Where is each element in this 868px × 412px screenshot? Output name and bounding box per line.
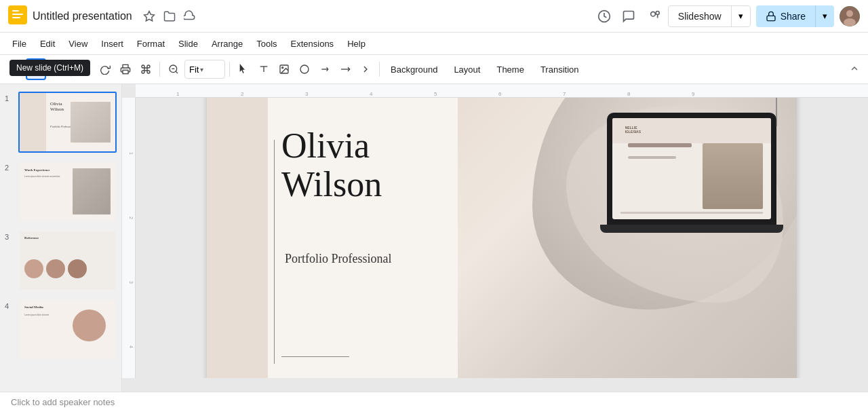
divider-2 <box>159 62 160 77</box>
slide-name[interactable]: Olivia Wilson <box>281 126 382 204</box>
slide-thumbnail-3[interactable]: 3 Reference <box>3 228 119 293</box>
slides-panel: 1 OliviaWilson Portfolio Professional 2 … <box>0 84 122 392</box>
svg-marker-4 <box>144 11 154 20</box>
notes-placeholder[interactable]: Click to add speaker notes <box>11 397 115 407</box>
title-right: Slideshow ▾ Share ▾ <box>595 5 860 27</box>
redo-button[interactable] <box>96 58 115 80</box>
collapse-toolbar-button[interactable] <box>846 60 863 79</box>
menu-help[interactable]: Help <box>340 36 372 52</box>
slide-thumbnail-4[interactable]: 4 Social Media Lorem ipsum dolor sit ame… <box>3 297 119 362</box>
svg-rect-20 <box>123 70 128 73</box>
zoom-value: Fit <box>189 64 199 75</box>
svg-point-28 <box>300 65 309 73</box>
divider-3 <box>229 62 230 77</box>
svg-line-22 <box>176 71 178 73</box>
slide-thumbnail-2[interactable]: 2 Work Experience Lorem ipsum dolor sit … <box>3 159 119 224</box>
slide-subtitle[interactable]: Portfolio Professional <box>285 252 392 266</box>
ruler-vertical: 1 2 3 4 5 <box>122 98 136 378</box>
share-main-button[interactable]: Share <box>756 5 815 27</box>
slideshow-caret-button[interactable]: ▾ <box>731 6 750 26</box>
slide-preview-1[interactable]: OliviaWilson Portfolio Professional <box>18 92 117 153</box>
svg-rect-3 <box>12 17 20 18</box>
layout-button[interactable]: Layout <box>447 60 487 79</box>
present-button[interactable] <box>644 7 663 26</box>
toolbar: New slide (Ctrl+M) Fit ▾ <box>0 54 868 84</box>
menu-extensions[interactable]: Extensions <box>284 36 341 52</box>
menu-tools[interactable]: Tools <box>250 36 283 52</box>
background-button[interactable]: Background <box>384 60 444 79</box>
menu-file[interactable]: File <box>5 36 33 52</box>
slideshow-button-group[interactable]: Slideshow ▾ <box>668 5 751 27</box>
cursor-select-button[interactable] <box>234 58 253 80</box>
move-to-folder-button[interactable] <box>161 7 178 25</box>
menu-format[interactable]: Format <box>130 36 172 52</box>
slide-preview-2[interactable]: Work Experience Lorem ipsum dolor sit am… <box>18 161 117 222</box>
title-actions <box>140 7 199 25</box>
user-avatar[interactable] <box>840 6 860 26</box>
slide-preview-3[interactable]: Reference <box>18 230 117 291</box>
share-label: Share <box>781 11 806 22</box>
cloud-sync-button[interactable] <box>181 7 199 25</box>
svg-rect-2 <box>12 14 23 15</box>
slide-preview-4[interactable]: Social Media Lorem ipsum dolor sit amet <box>18 299 117 360</box>
menu-view[interactable]: View <box>62 36 94 52</box>
zoom-out-button[interactable] <box>164 58 183 80</box>
shape-button[interactable] <box>295 58 314 80</box>
star-button[interactable] <box>140 7 158 25</box>
notes-bar[interactable]: Click to add speaker notes <box>0 392 868 412</box>
slideshow-main-button[interactable]: Slideshow <box>669 6 731 26</box>
arrow-button[interactable] <box>336 60 355 79</box>
divider-4 <box>379 62 380 77</box>
svg-point-11 <box>844 18 856 26</box>
slide-image-area: NELLIEIGLESIAS <box>458 98 797 378</box>
zoom-caret: ▾ <box>200 66 203 73</box>
menu-slide[interactable]: Slide <box>172 36 205 52</box>
svg-point-10 <box>846 10 853 17</box>
theme-button[interactable]: Theme <box>490 60 530 79</box>
slide-number-3: 3 <box>5 230 14 241</box>
slide-horizontal-line <box>281 356 349 357</box>
slide-thumbnail-1[interactable]: 1 OliviaWilson Portfolio Professional <box>3 90 119 155</box>
slide-number-1: 1 <box>5 92 14 102</box>
app-icon <box>8 5 27 27</box>
comment-button[interactable] <box>619 7 638 26</box>
menu-edit[interactable]: Edit <box>33 36 62 52</box>
slide-frame[interactable]: NELLIEIGLESIAS Olivia Wilson Portfolio P… <box>207 98 797 378</box>
svg-point-7 <box>656 11 659 14</box>
menu-bar: File Edit View Insert Format Slide Arran… <box>0 33 868 54</box>
main-content: 1 OliviaWilson Portfolio Professional 2 … <box>0 84 868 392</box>
section-buttons: Background Layout Theme Transition <box>384 60 586 79</box>
title-bar: Untitled presentation Slideshow ▾ <box>0 0 868 33</box>
ruler-horizontal: 1 2 3 4 5 6 7 8 9 <box>136 84 868 98</box>
share-caret-button[interactable]: ▾ <box>815 5 834 27</box>
svg-point-6 <box>650 12 655 16</box>
slide-left-bar <box>207 98 268 378</box>
share-button-group[interactable]: Share ▾ <box>756 5 834 27</box>
svg-point-27 <box>282 67 283 69</box>
menu-insert[interactable]: Insert <box>94 36 130 52</box>
history-button[interactable] <box>595 7 614 26</box>
slide-vertical-divider <box>274 140 275 364</box>
paint-format-button[interactable] <box>136 58 155 80</box>
slide-number-2: 2 <box>5 161 14 172</box>
transition-button[interactable]: Transition <box>534 60 586 79</box>
slide-number-4: 4 <box>5 299 14 310</box>
image-button[interactable] <box>275 58 294 80</box>
line-button[interactable] <box>315 58 334 80</box>
menu-arrange[interactable]: Arrange <box>205 36 250 52</box>
svg-rect-1 <box>12 10 19 12</box>
text-button[interactable] <box>254 58 273 80</box>
slide-canvas[interactable]: NELLIEIGLESIAS Olivia Wilson Portfolio P… <box>136 98 868 378</box>
svg-rect-8 <box>767 16 775 20</box>
new-slide-tooltip: New slide (Ctrl+M) <box>9 60 90 76</box>
editor-area: 1 2 3 4 5 6 7 8 9 1 2 3 4 5 <box>122 84 868 392</box>
doc-title[interactable]: Untitled presentation <box>33 10 132 22</box>
zoom-selector[interactable]: Fit ▾ <box>184 60 225 79</box>
more-shapes-button[interactable] <box>356 58 375 80</box>
laptop-image: NELLIEIGLESIAS <box>607 113 783 233</box>
print-button[interactable] <box>116 58 135 80</box>
